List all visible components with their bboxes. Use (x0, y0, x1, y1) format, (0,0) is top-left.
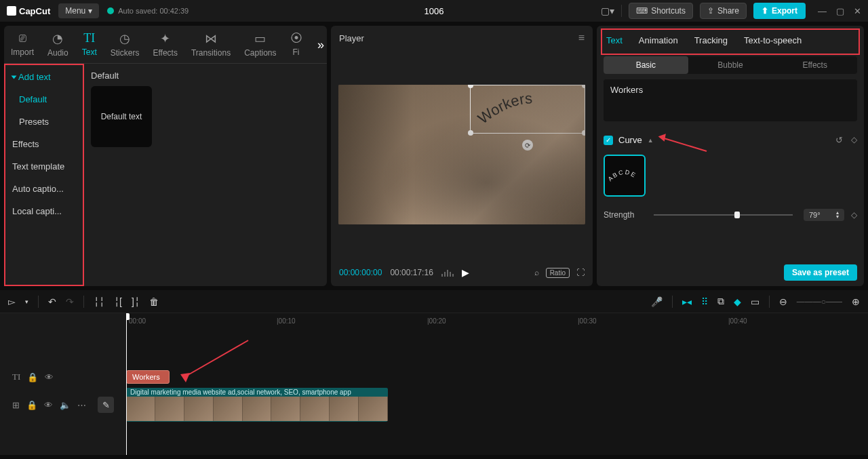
default-text-tile[interactable]: Default text (91, 86, 152, 147)
tab-stickers[interactable]: ◷Stickers (104, 26, 146, 63)
tab-import[interactable]: ⎚Import (4, 26, 41, 63)
resize-handle-tr[interactable] (582, 85, 585, 88)
close-button[interactable]: ✕ (854, 6, 861, 16)
app-logo: CapCut (7, 6, 50, 16)
effects-icon: ✦ (160, 31, 170, 46)
main-area: ⎚Import ◔Audio TIText ◷Stickers ✦Effects… (0, 22, 868, 290)
lock-icon[interactable]: 🔒 (26, 400, 37, 410)
mic-icon[interactable]: 🎤 (651, 296, 663, 307)
text-selection-box[interactable]: ⟳ Workers (470, 85, 585, 134)
maximize-button[interactable]: ▢ (836, 6, 844, 16)
tab-tts[interactable]: Text-to-speech (744, 35, 802, 45)
tab-animation[interactable]: Animation (639, 35, 678, 45)
tool-dropdown-icon[interactable]: ▾ (25, 298, 28, 305)
keyframe-icon[interactable]: ◇ (851, 210, 857, 220)
sidebar-item-auto-captions[interactable]: Auto captio... (7, 178, 81, 199)
sidebar-item-presets[interactable]: Presets (7, 111, 81, 132)
collapse-caret-icon[interactable]: ▲ (648, 137, 654, 144)
resize-handle-bl[interactable] (468, 130, 473, 136)
video-clip[interactable]: Digital marketing media website ad,socia… (126, 388, 388, 422)
duration-timecode: 00:00:17:16 (390, 268, 433, 277)
selection-tool-icon[interactable]: ▻ (8, 296, 16, 307)
text-icon: TI (83, 31, 95, 45)
menu-button[interactable]: Menu ▾ (58, 3, 99, 18)
eye-icon[interactable]: 👁 (44, 400, 53, 410)
tab-transitions[interactable]: ⋈Transitions (184, 26, 237, 63)
chevron-down-icon: ▾ (88, 6, 92, 16)
stepper-icon[interactable]: ▴▾ (836, 211, 839, 219)
tab-more-cut[interactable]: ⦿Fi (283, 26, 309, 63)
rotate-handle[interactable]: ⟳ (522, 140, 533, 151)
sidebar-item-default[interactable]: Default (7, 89, 81, 110)
resize-handle-br[interactable] (582, 130, 585, 136)
svg-line-4 (184, 340, 248, 377)
cover-icon[interactable]: ▭ (751, 296, 760, 307)
tab-tracking[interactable]: Tracking (694, 35, 728, 45)
more-icon[interactable]: ⋯ (77, 400, 86, 410)
timeline-toolbar: ▻ ▾ ↶ ↷ ╎╎ ╎[ ]╎ 🗑 🎤 ▸◂ ⠿ ⧉ ◆ ▭ ⊖ ———○——… (0, 290, 868, 313)
sidebar-item-effects[interactable]: Effects (7, 134, 81, 155)
sidebar-item-text-template[interactable]: Text template (7, 156, 81, 177)
delete-icon[interactable]: 🗑 (149, 296, 159, 307)
slider-thumb[interactable] (734, 212, 740, 218)
split-right-icon[interactable]: ]╎ (132, 296, 140, 307)
resize-handle-tl[interactable] (468, 85, 473, 88)
svg-marker-2 (658, 134, 669, 143)
focus-icon[interactable]: ⌕ (534, 268, 539, 277)
ratio-button[interactable]: Ratio (546, 268, 570, 278)
play-button[interactable]: ▶ (462, 267, 469, 278)
preview-axis-icon[interactable]: ◆ (734, 296, 741, 307)
transitions-icon: ⋈ (205, 31, 217, 46)
export-button[interactable]: ⬆ Export (753, 3, 806, 19)
strength-slider[interactable] (654, 214, 793, 216)
subtab-bubble[interactable]: Bubble (688, 56, 773, 74)
save-preset-button[interactable]: Save as preset (784, 264, 857, 281)
tab-effects[interactable]: ✦Effects (146, 26, 184, 63)
playhead[interactable] (126, 313, 127, 455)
reset-icon[interactable]: ↺ (835, 135, 843, 145)
tab-audio[interactable]: ◔Audio (41, 26, 75, 63)
lock-icon[interactable]: 🔒 (27, 372, 38, 382)
edit-track-button[interactable]: ✎ (98, 397, 114, 413)
tabs-overflow-button[interactable]: » (317, 37, 324, 52)
curve-preset-tile[interactable]: ABCDE (604, 155, 646, 197)
timeline-tracks[interactable]: 00:00 |00:10 |00:20 |00:30 |00:40 Worker… (126, 313, 868, 455)
text-content-input[interactable]: Workers (604, 79, 857, 121)
split-left-icon[interactable]: ╎[ (114, 296, 122, 307)
svg-text:ABCDE: ABCDE (607, 169, 638, 183)
text-sidebar: Add text Default Presets Effects Text te… (4, 64, 84, 286)
shortcuts-button[interactable]: ⌨ Shortcuts (629, 3, 693, 19)
keyframe-icon[interactable]: ◇ (851, 135, 857, 145)
fullscreen-icon[interactable]: ⛶ (576, 268, 585, 277)
zoom-in-icon[interactable]: ⊕ (852, 296, 860, 307)
link-icon[interactable]: ⧉ (717, 296, 724, 307)
undo-icon[interactable]: ↶ (48, 296, 56, 307)
text-clip-workers[interactable]: Workers (126, 370, 170, 384)
eye-icon[interactable]: 👁 (45, 372, 54, 382)
project-title[interactable]: 1006 (425, 6, 444, 16)
subtab-basic[interactable]: Basic (604, 56, 688, 74)
video-preview[interactable]: ⟳ Workers (338, 85, 585, 224)
timeline-ruler[interactable]: 00:00 |00:10 |00:20 |00:30 |00:40 (126, 313, 868, 328)
magnet-icon[interactable]: ▸◂ (682, 296, 692, 307)
player-menu-icon[interactable]: ≡ (578, 32, 585, 44)
curve-checkbox[interactable]: ✓ (604, 136, 613, 145)
video-track-icon: ⊞ (12, 400, 20, 410)
sidebar-item-local-captions[interactable]: Local capti... (7, 201, 81, 222)
split-icon[interactable]: ╎╎ (94, 296, 104, 307)
minimize-button[interactable]: — (818, 6, 827, 16)
tab-captions[interactable]: ▭Captions (237, 26, 283, 63)
aspect-icon[interactable]: ▢▾ (601, 5, 614, 16)
subtab-effects[interactable]: Effects (772, 56, 857, 74)
auto-snap-icon[interactable]: ⠿ (701, 296, 708, 307)
zoom-out-icon[interactable]: ⊖ (779, 296, 787, 307)
strength-value-input[interactable]: 79° ▴▾ (804, 209, 844, 221)
player-stage[interactable]: ⟳ Workers (336, 50, 587, 259)
sidebar-add-text[interactable]: Add text (7, 66, 81, 87)
tab-text[interactable]: TIText (75, 26, 104, 63)
curved-text-overlay[interactable]: Workers (477, 91, 579, 134)
tab-text-insp[interactable]: Text (606, 35, 623, 45)
redo-icon[interactable]: ↷ (66, 296, 74, 307)
mute-icon[interactable]: 🔈 (60, 400, 71, 410)
share-button[interactable]: ⇪ Share (700, 3, 747, 19)
